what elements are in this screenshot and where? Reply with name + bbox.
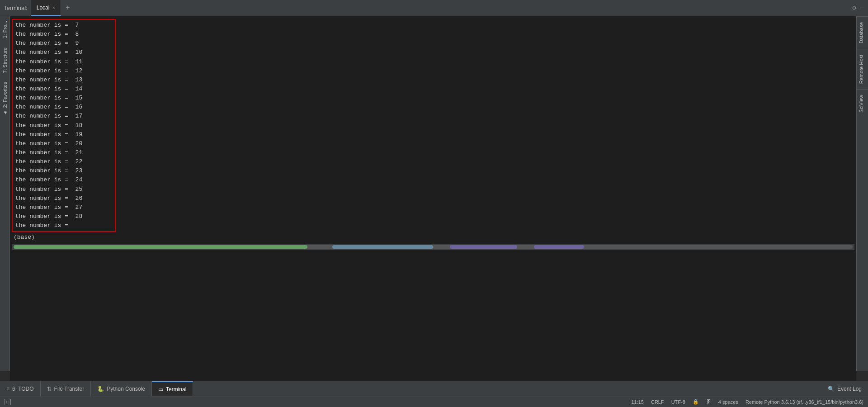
line-2: the number is = 8 <box>15 30 112 39</box>
terminal-area[interactable]: the number is = 7 the number is = 8 the … <box>10 16 856 381</box>
tab-local-close[interactable]: × <box>52 5 55 10</box>
line-14: the number is = 20 <box>15 139 112 148</box>
scrollbar-track <box>14 245 853 249</box>
terminal-prompt: (base) <box>12 233 854 242</box>
file-transfer-label: File Transfer <box>54 386 85 392</box>
terminal-output: the number is = 7 the number is = 8 the … <box>12 19 116 232</box>
status-line-endings: CRLF <box>651 399 664 405</box>
terminal-icon: ▭ <box>158 386 163 393</box>
file-transfer-icon: ⇅ <box>47 386 52 392</box>
left-panel: 1: Pro... 7: Structure ★ 2: Favorites <box>0 16 10 371</box>
bottom-tabs: ≡ 6: TODO ⇅ File Transfer 🐍 Python Conso… <box>0 381 868 396</box>
line-13: the number is = 19 <box>15 130 112 139</box>
left-tab-structure[interactable]: 7: Structure <box>1 43 9 78</box>
event-log-label: Event Log <box>837 386 862 392</box>
line-3: the number is = 9 <box>15 39 112 48</box>
scrollbar-thumb[interactable] <box>14 245 307 249</box>
left-tab-project[interactable]: 1: Pro... <box>1 16 9 43</box>
main-content: the number is = 7 the number is = 8 the … <box>10 16 856 381</box>
status-db-icon: 🗄 <box>706 399 711 405</box>
status-bar: □ 11:15 CRLF UTF-8 🔒 🗄 4 spaces Remote P… <box>0 396 868 407</box>
line-8: the number is = 14 <box>15 85 112 94</box>
checkbox-icon: □ <box>5 399 11 405</box>
line-9: the number is = 15 <box>15 94 112 103</box>
line-5: the number is = 11 <box>15 57 112 66</box>
line-21: the number is = 27 <box>15 203 112 212</box>
line-22: the number is = 28 <box>15 212 112 221</box>
line-19: the number is = 25 <box>15 185 112 194</box>
tab-add-icon: + <box>66 4 70 12</box>
line-12: the number is = 18 <box>15 121 112 130</box>
line-16: the number is = 22 <box>15 157 112 166</box>
todo-label: 6: TODO <box>12 386 34 392</box>
python-console-icon: 🐍 <box>97 386 104 392</box>
line-1: the number is = 7 <box>15 21 112 30</box>
horizontal-scrollbar[interactable] <box>12 244 854 250</box>
status-time: 11:15 <box>631 399 644 405</box>
bottom-tab-terminal[interactable]: ▭ Terminal <box>152 381 193 396</box>
status-interpreter: Remote Python 3.6.13 (sf...y36_tf1_15/bi… <box>745 399 863 405</box>
settings-icon[interactable]: ⚙ <box>852 4 856 12</box>
tab-local-label: Local <box>37 5 50 11</box>
terminal-tab-label: Terminal <box>166 386 186 393</box>
event-log-button[interactable]: 🔍 Event Log <box>821 381 868 396</box>
line-10: the number is = 16 <box>15 103 112 112</box>
scrollbar-thumb3[interactable] <box>450 245 517 249</box>
minimize-icon[interactable]: — <box>861 4 864 12</box>
tab-local[interactable]: Local × <box>31 0 61 16</box>
left-tab-favorites[interactable]: ★ 2: Favorites <box>0 77 9 120</box>
scrollbar-thumb4[interactable] <box>534 245 584 249</box>
top-bar: Terminal: Local × + ⚙ — <box>0 0 868 16</box>
bottom-tab-python-console[interactable]: 🐍 Python Console <box>91 381 152 396</box>
line-20: the number is = 26 <box>15 194 112 203</box>
tab-add-button[interactable]: + <box>61 0 75 16</box>
line-11: the number is = 17 <box>15 112 112 121</box>
status-right: 11:15 CRLF UTF-8 🔒 🗄 4 spaces Remote Pyt… <box>631 399 863 405</box>
right-panel: Database Remote Host SciView <box>856 16 868 371</box>
line-23: the number is = <box>15 221 112 230</box>
search-icon: 🔍 <box>828 386 835 392</box>
line-17: the number is = 23 <box>15 166 112 175</box>
line-18: the number is = 24 <box>15 175 112 185</box>
line-15: the number is = 21 <box>15 148 112 157</box>
right-tab-sciview[interactable]: SciView <box>857 89 868 118</box>
terminal-label: Terminal: <box>4 5 28 11</box>
line-6: the number is = 12 <box>15 66 112 76</box>
status-lock-icon: 🔒 <box>693 399 699 405</box>
todo-icon: ≡ <box>6 386 9 392</box>
status-checkbox: □ <box>5 399 11 405</box>
status-encoding: UTF-8 <box>671 399 685 405</box>
line-7: the number is = 13 <box>15 76 112 85</box>
python-console-label: Python Console <box>107 386 145 392</box>
status-indent: 4 spaces <box>718 399 738 405</box>
right-tab-remote-host[interactable]: Remote Host <box>857 49 868 89</box>
right-tab-database[interactable]: Database <box>857 16 868 49</box>
bottom-tab-file-transfer[interactable]: ⇅ File Transfer <box>41 381 91 396</box>
top-bar-icons: ⚙ — <box>852 4 864 12</box>
scrollbar-thumb2[interactable] <box>332 245 433 249</box>
tab-bar: Local × + <box>31 0 75 16</box>
line-4: the number is = 10 <box>15 48 112 57</box>
bottom-tab-todo[interactable]: ≡ 6: TODO <box>0 381 41 396</box>
